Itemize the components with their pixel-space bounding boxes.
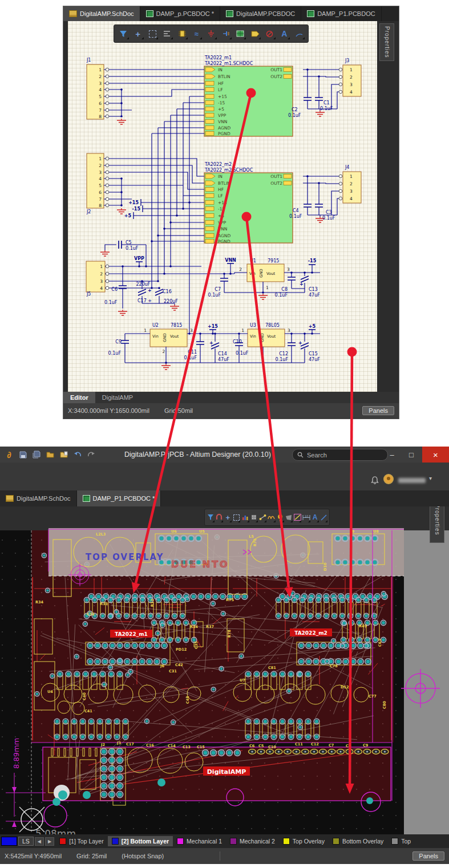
place-arc-icon[interactable]	[293, 27, 305, 40]
sch-label: TA2022_m2	[204, 162, 232, 167]
pcb-refdes-label: L5	[249, 534, 254, 539]
sch-label: 4	[99, 87, 102, 92]
tab-editor[interactable]: Editor	[63, 392, 95, 403]
panels-button[interactable]: Panels	[412, 851, 444, 861]
tab-damp-p-pcbdoc[interactable]: DAMP_p.PCBDOC *	[140, 6, 220, 21]
tab-digitalamp[interactable]: DigitalAMP	[95, 392, 140, 403]
select-area-icon[interactable]	[147, 27, 158, 40]
layer-tab-top-overlay[interactable]: Top Overlay	[279, 836, 329, 846]
pcb-refdes-label: U7	[240, 678, 245, 683]
sch-label: OUT1	[270, 174, 282, 179]
place-part-icon[interactable]	[176, 27, 188, 40]
sch-label: Vin	[152, 334, 159, 339]
sch-label: 47uF	[309, 357, 320, 362]
place-power-port-icon[interactable]	[220, 27, 232, 40]
sch-label: 0.1uF	[320, 106, 333, 111]
close-button[interactable]: ×	[422, 447, 449, 463]
layer-tab-mechanical-2[interactable]: Mechanical 2	[226, 836, 279, 846]
layer-tab--2-bottom-layer[interactable]: [2] Bottom Layer	[108, 836, 173, 846]
place-text-icon[interactable]: A	[278, 27, 290, 40]
place-sheet-symbol-icon[interactable]	[234, 27, 246, 40]
maximize-button[interactable]: □	[403, 447, 420, 463]
layer-tab-mechanical-1[interactable]: Mechanical 1	[173, 836, 226, 846]
sch-label: 2	[99, 163, 102, 168]
layer-tab-label: Mechanical 2	[240, 838, 275, 845]
pcb-refdes-label: J9	[350, 529, 354, 534]
trace-icon[interactable]	[293, 512, 301, 523]
cross-cursor-icon[interactable]: +	[224, 512, 232, 523]
pcb-refdes-label: J3	[116, 741, 121, 745]
open-icon[interactable]	[46, 450, 55, 459]
sch-label: VPP	[218, 113, 226, 118]
layer-sets-button[interactable]: LS	[18, 837, 34, 846]
pcb-snap-readout: (Hotspot Snap)	[122, 853, 164, 859]
layer-tab--1-top-layer[interactable]: [1] Top Layer	[55, 836, 108, 846]
place-net-label-icon[interactable]	[249, 27, 261, 40]
tab-damp-p1-pcbdoc[interactable]: DAMP_P1.PCBDOC	[301, 6, 381, 21]
no-erc-icon[interactable]	[264, 27, 276, 40]
save-all-icon[interactable]	[32, 450, 41, 459]
pcb-status-bar: X:5425mil Y:4950mil Grid: 25mil (Hotspot…	[0, 848, 449, 864]
layer-tab-top[interactable]: Top	[387, 836, 415, 846]
layer-scroll-right-button[interactable]: ▶	[45, 837, 54, 846]
search-input[interactable]: Search	[292, 449, 388, 461]
board-insight-icon[interactable]	[241, 512, 249, 523]
schematic-canvas[interactable]: J112345678TA2022_m1TA2022_m1.SCHDOCINBTL…	[68, 21, 378, 392]
minimize-button[interactable]: –	[383, 447, 401, 463]
open-project-icon[interactable]	[59, 450, 68, 459]
sch-label: 0.1uF	[236, 351, 249, 356]
user-avatar[interactable]	[383, 474, 394, 484]
place-wire-icon[interactable]: ≈	[191, 27, 202, 40]
component-icon[interactable]	[250, 512, 258, 523]
pcb-refdes-label: C63	[378, 639, 382, 647]
sch-label: +5	[218, 213, 224, 218]
user-menu-caret-icon[interactable]: ▾	[429, 475, 432, 481]
snapping-magnet-icon[interactable]	[215, 512, 223, 523]
polygon-pour-icon[interactable]	[285, 512, 293, 523]
pcb-refdes-label: D12	[341, 685, 349, 689]
sch-label: C3	[326, 210, 332, 215]
via-icon[interactable]	[276, 512, 284, 523]
notifications-bell-icon[interactable]	[371, 476, 379, 487]
window-title: DigitalAMP.PrjPCB - Altium Designer (20.…	[124, 447, 271, 463]
pcb-canvas[interactable]: TOP OVERLAYDUE NTO L2L3U6U5L5J9U8R76D10R…	[0, 506, 449, 834]
tab-label: DAMP_P1.PCBDOC	[317, 10, 375, 17]
schematic-properties-panel-tab[interactable]: Properties	[379, 23, 394, 61]
interactive-tune-icon[interactable]	[268, 512, 276, 523]
dimension-icon[interactable]: 10	[302, 512, 310, 523]
tab-digitalamp-schdoc[interactable]: DigitalAMP.SchDoc	[0, 490, 77, 506]
tab-digitalamp-pcbdoc[interactable]: DigitalAMP.PCBDOC	[220, 6, 301, 21]
sch-label: TA2022_m1.SCHDOC	[204, 61, 253, 66]
pcb-refdes-label: PD12	[176, 647, 187, 652]
line-icon[interactable]	[319, 512, 327, 523]
sch-label: -15	[132, 206, 141, 212]
sch-label: Vout	[170, 334, 179, 339]
filter-icon[interactable]	[118, 27, 129, 40]
sch-label: 4	[100, 286, 103, 291]
save-icon[interactable]	[18, 450, 27, 459]
layer-scroll-left-button[interactable]: ◀	[35, 837, 44, 846]
sch-label: HF	[218, 81, 224, 86]
tab-damp-p1-pcbdoc[interactable]: DAMP_P1.PCBDOC *	[77, 490, 161, 506]
pcb-refdes-label: C6	[249, 744, 255, 748]
schematic-drawing: J112345678TA2022_m1TA2022_m1.SCHDOCINBTL…	[68, 21, 378, 392]
sch-label: 3	[190, 328, 193, 333]
cross-cursor-icon[interactable]: +	[132, 27, 144, 40]
pcb-properties-panel-tab[interactable]: Properties	[430, 506, 444, 543]
sch-label: Vout	[267, 334, 276, 339]
align-icon[interactable]	[161, 27, 173, 40]
tab-digitalamp-schdoc[interactable]: DigitalAMP.SchDoc	[63, 6, 140, 21]
redo-icon[interactable]	[87, 450, 96, 459]
sch-label: 4	[99, 176, 102, 181]
place-gnd-icon[interactable]	[205, 27, 217, 40]
sch-label: 3	[99, 170, 102, 175]
filter-icon[interactable]	[207, 512, 215, 523]
route-icon[interactable]	[258, 512, 266, 523]
layer-tab-bottom-overlay[interactable]: Bottom Overlay	[329, 836, 387, 846]
select-area-icon[interactable]	[232, 512, 240, 523]
sch-label: 1	[100, 264, 103, 269]
panels-button[interactable]: Panels	[362, 406, 394, 415]
text-icon[interactable]: A	[311, 512, 319, 523]
sch-label: OUT2	[270, 74, 282, 79]
undo-icon[interactable]	[73, 450, 82, 459]
